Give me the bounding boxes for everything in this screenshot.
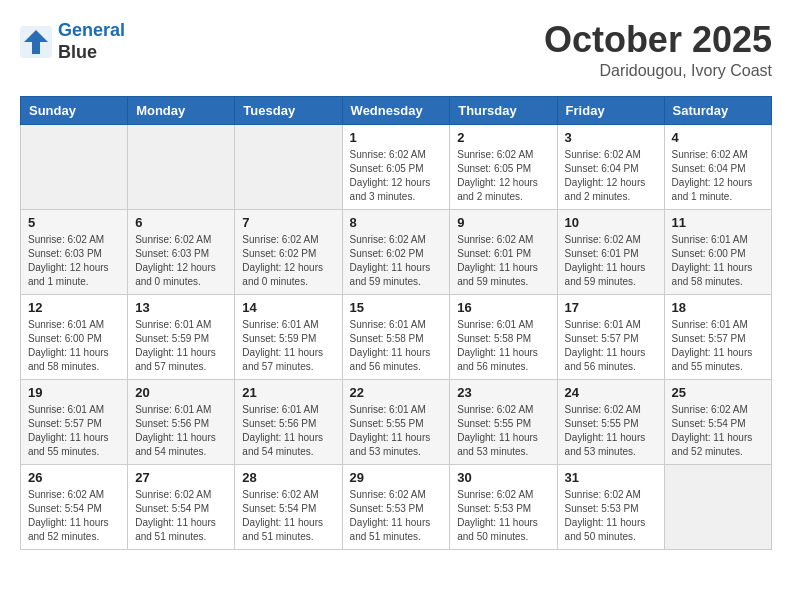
- day-info: Sunrise: 6:02 AMSunset: 5:54 PMDaylight:…: [135, 488, 227, 544]
- calendar-cell: 31Sunrise: 6:02 AMSunset: 5:53 PMDayligh…: [557, 464, 664, 549]
- day-number: 8: [350, 215, 443, 230]
- day-info: Sunrise: 6:01 AMSunset: 5:58 PMDaylight:…: [350, 318, 443, 374]
- day-info: Sunrise: 6:01 AMSunset: 5:59 PMDaylight:…: [242, 318, 334, 374]
- weekday-header: Sunday: [21, 96, 128, 124]
- day-info: Sunrise: 6:02 AMSunset: 6:05 PMDaylight:…: [457, 148, 549, 204]
- calendar-cell: [128, 124, 235, 209]
- calendar-cell: 6Sunrise: 6:02 AMSunset: 6:03 PMDaylight…: [128, 209, 235, 294]
- logo-line1: General: [58, 20, 125, 40]
- day-number: 10: [565, 215, 657, 230]
- day-info: Sunrise: 6:02 AMSunset: 5:55 PMDaylight:…: [565, 403, 657, 459]
- weekday-header: Saturday: [664, 96, 771, 124]
- day-number: 28: [242, 470, 334, 485]
- day-number: 16: [457, 300, 549, 315]
- day-info: Sunrise: 6:01 AMSunset: 5:57 PMDaylight:…: [565, 318, 657, 374]
- calendar-cell: 12Sunrise: 6:01 AMSunset: 6:00 PMDayligh…: [21, 294, 128, 379]
- calendar-cell: 20Sunrise: 6:01 AMSunset: 5:56 PMDayligh…: [128, 379, 235, 464]
- weekday-header: Friday: [557, 96, 664, 124]
- day-number: 2: [457, 130, 549, 145]
- day-number: 15: [350, 300, 443, 315]
- calendar-week-row: 1Sunrise: 6:02 AMSunset: 6:05 PMDaylight…: [21, 124, 772, 209]
- location: Daridougou, Ivory Coast: [544, 62, 772, 80]
- calendar-cell: 3Sunrise: 6:02 AMSunset: 6:04 PMDaylight…: [557, 124, 664, 209]
- day-number: 1: [350, 130, 443, 145]
- calendar-cell: 18Sunrise: 6:01 AMSunset: 5:57 PMDayligh…: [664, 294, 771, 379]
- day-number: 20: [135, 385, 227, 400]
- day-number: 6: [135, 215, 227, 230]
- calendar-cell: 27Sunrise: 6:02 AMSunset: 5:54 PMDayligh…: [128, 464, 235, 549]
- logo-icon: [20, 26, 52, 58]
- day-info: Sunrise: 6:01 AMSunset: 6:00 PMDaylight:…: [672, 233, 764, 289]
- calendar-cell: 2Sunrise: 6:02 AMSunset: 6:05 PMDaylight…: [450, 124, 557, 209]
- day-info: Sunrise: 6:01 AMSunset: 5:56 PMDaylight:…: [135, 403, 227, 459]
- calendar-cell: [235, 124, 342, 209]
- day-number: 14: [242, 300, 334, 315]
- day-number: 23: [457, 385, 549, 400]
- logo-line2: Blue: [58, 42, 125, 64]
- day-info: Sunrise: 6:02 AMSunset: 6:03 PMDaylight:…: [135, 233, 227, 289]
- day-number: 17: [565, 300, 657, 315]
- day-number: 4: [672, 130, 764, 145]
- calendar-cell: 4Sunrise: 6:02 AMSunset: 6:04 PMDaylight…: [664, 124, 771, 209]
- calendar-cell: 22Sunrise: 6:01 AMSunset: 5:55 PMDayligh…: [342, 379, 450, 464]
- day-info: Sunrise: 6:01 AMSunset: 5:59 PMDaylight:…: [135, 318, 227, 374]
- day-info: Sunrise: 6:02 AMSunset: 5:54 PMDaylight:…: [242, 488, 334, 544]
- day-number: 3: [565, 130, 657, 145]
- calendar-cell: 30Sunrise: 6:02 AMSunset: 5:53 PMDayligh…: [450, 464, 557, 549]
- day-info: Sunrise: 6:02 AMSunset: 6:03 PMDaylight:…: [28, 233, 120, 289]
- day-number: 30: [457, 470, 549, 485]
- calendar-cell: 24Sunrise: 6:02 AMSunset: 5:55 PMDayligh…: [557, 379, 664, 464]
- day-info: Sunrise: 6:01 AMSunset: 5:58 PMDaylight:…: [457, 318, 549, 374]
- day-info: Sunrise: 6:01 AMSunset: 5:57 PMDaylight:…: [28, 403, 120, 459]
- day-number: 12: [28, 300, 120, 315]
- day-number: 31: [565, 470, 657, 485]
- calendar-cell: 5Sunrise: 6:02 AMSunset: 6:03 PMDaylight…: [21, 209, 128, 294]
- day-info: Sunrise: 6:02 AMSunset: 6:01 PMDaylight:…: [457, 233, 549, 289]
- month-title: October 2025: [544, 20, 772, 60]
- day-number: 26: [28, 470, 120, 485]
- calendar-cell: 28Sunrise: 6:02 AMSunset: 5:54 PMDayligh…: [235, 464, 342, 549]
- calendar-cell: 26Sunrise: 6:02 AMSunset: 5:54 PMDayligh…: [21, 464, 128, 549]
- calendar-cell: 1Sunrise: 6:02 AMSunset: 6:05 PMDaylight…: [342, 124, 450, 209]
- weekday-header: Thursday: [450, 96, 557, 124]
- day-info: Sunrise: 6:02 AMSunset: 6:04 PMDaylight:…: [672, 148, 764, 204]
- day-info: Sunrise: 6:02 AMSunset: 5:53 PMDaylight:…: [457, 488, 549, 544]
- calendar-cell: 8Sunrise: 6:02 AMSunset: 6:02 PMDaylight…: [342, 209, 450, 294]
- day-number: 19: [28, 385, 120, 400]
- calendar-cell: 7Sunrise: 6:02 AMSunset: 6:02 PMDaylight…: [235, 209, 342, 294]
- day-number: 7: [242, 215, 334, 230]
- day-info: Sunrise: 6:01 AMSunset: 5:56 PMDaylight:…: [242, 403, 334, 459]
- calendar-cell: 29Sunrise: 6:02 AMSunset: 5:53 PMDayligh…: [342, 464, 450, 549]
- day-number: 27: [135, 470, 227, 485]
- calendar-cell: [21, 124, 128, 209]
- day-info: Sunrise: 6:02 AMSunset: 5:54 PMDaylight:…: [672, 403, 764, 459]
- day-number: 13: [135, 300, 227, 315]
- calendar-cell: 9Sunrise: 6:02 AMSunset: 6:01 PMDaylight…: [450, 209, 557, 294]
- page-header: General Blue October 2025 Daridougou, Iv…: [20, 20, 772, 80]
- calendar-table: SundayMondayTuesdayWednesdayThursdayFrid…: [20, 96, 772, 550]
- day-info: Sunrise: 6:01 AMSunset: 5:57 PMDaylight:…: [672, 318, 764, 374]
- calendar-week-row: 19Sunrise: 6:01 AMSunset: 5:57 PMDayligh…: [21, 379, 772, 464]
- calendar-week-row: 12Sunrise: 6:01 AMSunset: 6:00 PMDayligh…: [21, 294, 772, 379]
- day-info: Sunrise: 6:02 AMSunset: 6:04 PMDaylight:…: [565, 148, 657, 204]
- calendar-cell: 13Sunrise: 6:01 AMSunset: 5:59 PMDayligh…: [128, 294, 235, 379]
- day-number: 18: [672, 300, 764, 315]
- calendar-cell: 15Sunrise: 6:01 AMSunset: 5:58 PMDayligh…: [342, 294, 450, 379]
- day-number: 25: [672, 385, 764, 400]
- day-info: Sunrise: 6:01 AMSunset: 6:00 PMDaylight:…: [28, 318, 120, 374]
- day-number: 24: [565, 385, 657, 400]
- day-info: Sunrise: 6:02 AMSunset: 6:05 PMDaylight:…: [350, 148, 443, 204]
- title-block: October 2025 Daridougou, Ivory Coast: [544, 20, 772, 80]
- calendar-week-row: 26Sunrise: 6:02 AMSunset: 5:54 PMDayligh…: [21, 464, 772, 549]
- day-number: 22: [350, 385, 443, 400]
- calendar-cell: 16Sunrise: 6:01 AMSunset: 5:58 PMDayligh…: [450, 294, 557, 379]
- day-info: Sunrise: 6:02 AMSunset: 6:02 PMDaylight:…: [242, 233, 334, 289]
- day-info: Sunrise: 6:02 AMSunset: 5:54 PMDaylight:…: [28, 488, 120, 544]
- calendar-cell: 17Sunrise: 6:01 AMSunset: 5:57 PMDayligh…: [557, 294, 664, 379]
- day-number: 11: [672, 215, 764, 230]
- calendar-cell: 14Sunrise: 6:01 AMSunset: 5:59 PMDayligh…: [235, 294, 342, 379]
- calendar-cell: 21Sunrise: 6:01 AMSunset: 5:56 PMDayligh…: [235, 379, 342, 464]
- weekday-header: Monday: [128, 96, 235, 124]
- calendar-cell: 25Sunrise: 6:02 AMSunset: 5:54 PMDayligh…: [664, 379, 771, 464]
- calendar-week-row: 5Sunrise: 6:02 AMSunset: 6:03 PMDaylight…: [21, 209, 772, 294]
